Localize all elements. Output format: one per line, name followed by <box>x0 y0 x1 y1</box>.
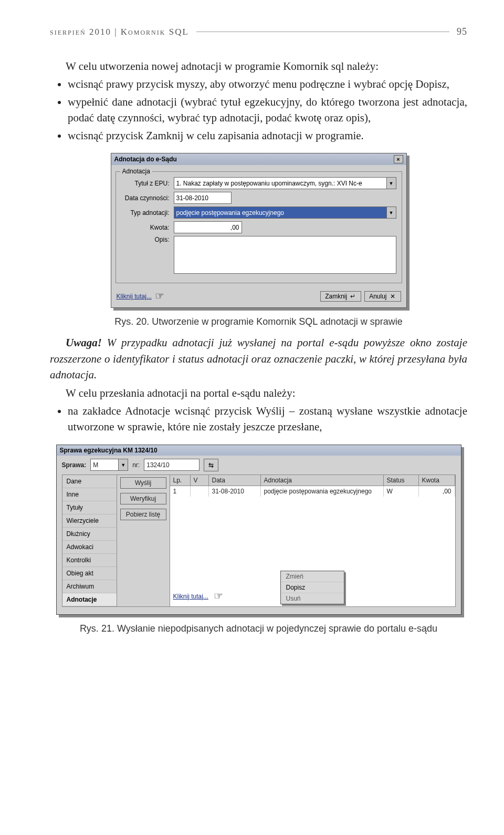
label-typ: Typ adnotacji: <box>121 209 170 217</box>
label-nr: nr: <box>132 461 140 469</box>
refresh-button[interactable]: ⇆ <box>204 459 218 471</box>
link-kliknij-tutaj[interactable]: Kliknij tutaj... <box>117 293 152 300</box>
zamknij-button-label: Zamknij <box>325 293 347 300</box>
col-lp: Lp. <box>170 475 191 486</box>
pointer-hand-icon <box>214 591 234 602</box>
sidebar-item-inne[interactable]: Inne <box>62 488 117 501</box>
cell-lp: 1 <box>170 486 191 497</box>
grid-container: Lp. V Data Adnotacja Status Kwota 1 31-0… <box>170 475 456 607</box>
cell-v <box>191 486 209 497</box>
chevron-down-icon[interactable]: ▼ <box>386 178 396 189</box>
page-header: sierpień 2010 | Komornik SQL 95 <box>50 26 467 37</box>
sidebar-item-kontrolki[interactable]: Kontrolki <box>62 554 117 567</box>
action-column: Wyślij Weryfikuj Pobierz listę <box>117 475 170 607</box>
header-left: sierpień 2010 | Komornik SQL <box>50 27 189 37</box>
weryfikuj-button[interactable]: Weryfikuj <box>120 493 166 504</box>
sidebar-item-wierzyciele[interactable]: Wierzyciele <box>62 514 117 528</box>
header-rule <box>196 32 449 32</box>
context-menu: Zmień Dopisz Usuń <box>280 571 344 604</box>
col-adnotacja: Adnotacja <box>261 475 384 486</box>
dropdown-tytul-value: 1. Nakaz zapłaty w postępowaniu upominaw… <box>176 180 362 187</box>
input-kwota[interactable]: ,00 <box>174 221 242 233</box>
menu-item-dopisz[interactable]: Dopisz <box>281 582 344 593</box>
link-kliknij-tutaj[interactable]: Kliknij tutaj... <box>173 593 208 600</box>
col-status: Status <box>384 475 419 486</box>
cell-status: W <box>384 486 419 497</box>
dropdown-sprawa-type[interactable]: M ▼ <box>90 459 128 471</box>
label-opis: Opis: <box>121 236 170 243</box>
sidebar-item-obieg-akt[interactable]: Obieg akt <box>62 567 117 580</box>
col-data: Data <box>209 475 261 486</box>
refresh-icon: ⇆ <box>208 461 214 469</box>
input-data-value: 31-08-2010 <box>176 194 208 202</box>
chevron-down-icon[interactable]: ▼ <box>386 207 396 218</box>
paragraph-intro: W celu utworzenia nowej adnotacji w prog… <box>50 58 467 74</box>
dropdown-tytul[interactable]: 1. Nakaz zapłaty w postępowaniu upominaw… <box>174 177 396 189</box>
sidebar-item-dluznicy[interactable]: Dłużnicy <box>62 528 117 541</box>
sidebar-item-dane[interactable]: Dane <box>62 475 117 488</box>
label-tytul: Tytuł z EPU: <box>121 180 170 187</box>
list-item: na zakładce Adnotacje wcisnąć przycisk W… <box>68 403 467 435</box>
paragraph-send: W celu przesłania adnotacji na portal e-… <box>50 385 467 401</box>
label-data: Data czynności: <box>121 194 170 202</box>
dialog-title-text: Adnotacja do e-Sądu <box>114 156 177 163</box>
close-icon[interactable]: × <box>394 155 403 163</box>
pobierz-liste-button[interactable]: Pobierz listę <box>120 509 166 520</box>
grid-header: Lp. V Data Adnotacja Status Kwota <box>170 475 455 486</box>
window-titlebar: Sprawa egzekucyjna KM 1324/10 <box>57 445 461 456</box>
label-kwota: Kwota: <box>121 224 170 231</box>
menu-item-usun[interactable]: Usuń <box>281 593 344 604</box>
cell-data: 31-08-2010 <box>209 486 261 497</box>
anuluj-button[interactable]: Anuluj ✕ <box>364 291 401 302</box>
input-data-czynnosci[interactable]: 31-08-2010 <box>174 192 232 204</box>
sidebar-item-adnotacje[interactable]: Adnotacje <box>62 593 117 606</box>
zamknij-button[interactable]: Zamknij ↵ <box>320 291 361 302</box>
col-v: V <box>191 475 209 486</box>
figure-caption-21: Rys. 21. Wysłanie niepodpisanych adnotac… <box>50 623 467 634</box>
dialog-adnotacja: Adnotacja do e-Sądu × Adnotacja Tytuł z … <box>111 153 407 308</box>
input-nr-value: 1324/10 <box>146 461 169 469</box>
uwaga-paragraph: Uwaga! W przypadku adnotacji już wysłane… <box>50 335 467 383</box>
anuluj-button-label: Anuluj <box>369 293 386 300</box>
bullet-list-1: wcisnąć prawy przycisk myszy, aby otworz… <box>50 76 467 143</box>
menu-item-zmien[interactable]: Zmień <box>281 571 344 582</box>
pointer-hand-icon <box>155 291 175 302</box>
table-row[interactable]: 1 31-08-2010 podjęcie postępowania egzek… <box>170 486 455 497</box>
grid-body[interactable]: Kliknij tutaj... Zmień Dopisz Usuń <box>170 497 455 606</box>
uwaga-text: W przypadku adnotacji już wysłanej na po… <box>50 336 467 381</box>
chevron-down-icon[interactable]: ▼ <box>118 459 128 470</box>
dropdown-sprawa-value: M <box>93 461 98 469</box>
dropdown-typ-value: podjęcie postępowania egzekucyjnego <box>176 209 284 217</box>
uwaga-label: Uwaga! <box>66 336 102 349</box>
bullet-list-2: na zakładce Adnotacje wcisnąć przycisk W… <box>50 403 467 435</box>
frame-label: Adnotacja <box>120 168 152 175</box>
label-sprawa: Sprawa: <box>62 461 87 469</box>
wyslij-button[interactable]: Wyślij <box>120 477 166 489</box>
cell-adnotacja: podjęcie postępowania egzekucyjnego <box>261 486 384 497</box>
list-item: wypełnić dane adnotacji (wybrać tytuł eg… <box>68 94 467 126</box>
header-page-number: 95 <box>457 26 467 37</box>
window-title-text: Sprawa egzekucyjna KM 1324/10 <box>60 447 158 454</box>
list-item: wcisnąć przycisk Zamknij w celu zapisani… <box>68 128 467 143</box>
sidebar-item-adwokaci[interactable]: Adwokaci <box>62 541 117 554</box>
textarea-opis[interactable] <box>174 236 396 274</box>
dropdown-typ-adnotacji[interactable]: podjęcie postępowania egzekucyjnego ▼ <box>174 207 396 219</box>
col-kwota: Kwota <box>419 475 455 486</box>
list-item: wcisnąć prawy przycisk myszy, aby otworz… <box>68 76 467 92</box>
apply-icon: ↵ <box>349 293 356 300</box>
sidebar-menu: Dane Inne Tytuły Wierzyciele Dłużnicy Ad… <box>62 475 117 607</box>
sidebar-item-tytuly[interactable]: Tytuły <box>62 501 117 514</box>
close-icon: ✕ <box>389 293 396 300</box>
dialog-titlebar: Adnotacja do e-Sądu × <box>111 153 406 165</box>
input-kwota-value: ,00 <box>230 224 239 231</box>
sidebar-item-archiwum[interactable]: Archiwum <box>62 580 117 593</box>
window-sprawa: Sprawa egzekucyjna KM 1324/10 Sprawa: M … <box>56 445 461 615</box>
figure-caption-20: Rys. 20. Utworzenie w programie Komornik… <box>50 316 467 327</box>
cell-kwota: ,00 <box>419 486 455 497</box>
input-nr[interactable]: 1324/10 <box>144 459 200 471</box>
